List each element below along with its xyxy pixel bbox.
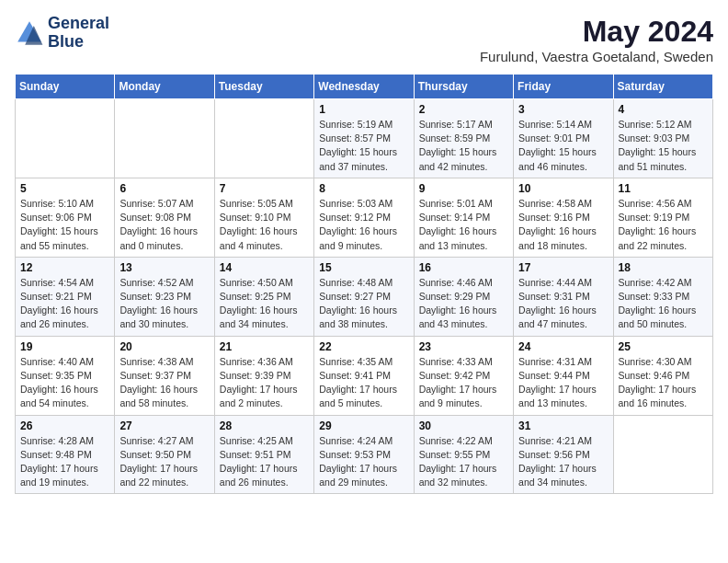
day-info: Sunrise: 5:03 AM Sunset: 9:12 PM Dayligh… (319, 197, 408, 253)
day-number: 12 (20, 261, 109, 274)
calendar-cell: 30Sunrise: 4:22 AM Sunset: 9:55 PM Dayli… (414, 415, 513, 494)
day-number: 31 (518, 419, 608, 432)
calendar-cell: 24Sunrise: 4:31 AM Sunset: 9:44 PM Dayli… (514, 336, 613, 415)
day-number: 11 (619, 182, 708, 195)
day-number: 25 (619, 340, 708, 353)
day-info: Sunrise: 5:19 AM Sunset: 8:57 PM Dayligh… (319, 118, 408, 174)
calendar-cell: 6Sunrise: 5:07 AM Sunset: 9:08 PM Daylig… (115, 178, 214, 257)
weekday-header-tuesday: Tuesday (214, 75, 313, 99)
day-info: Sunrise: 4:52 AM Sunset: 9:23 PM Dayligh… (119, 276, 209, 332)
day-info: Sunrise: 5:05 AM Sunset: 9:10 PM Dayligh… (220, 197, 309, 253)
calendar-cell (115, 99, 214, 178)
weekday-header-friday: Friday (514, 75, 613, 99)
day-info: Sunrise: 4:42 AM Sunset: 9:33 PM Dayligh… (619, 276, 708, 332)
calendar-cell: 17Sunrise: 4:44 AM Sunset: 9:31 PM Dayli… (514, 257, 613, 336)
weekday-header-wednesday: Wednesday (314, 75, 414, 99)
calendar-cell: 4Sunrise: 5:12 AM Sunset: 9:03 PM Daylig… (613, 99, 712, 178)
logo-icon (15, 18, 44, 48)
day-number: 29 (319, 419, 408, 432)
calendar-cell (613, 415, 712, 494)
calendar-cell: 10Sunrise: 4:58 AM Sunset: 9:16 PM Dayli… (514, 178, 613, 257)
day-number: 19 (20, 340, 109, 353)
calendar-week-4: 19Sunrise: 4:40 AM Sunset: 9:35 PM Dayli… (16, 336, 713, 415)
calendar-cell: 22Sunrise: 4:35 AM Sunset: 9:41 PM Dayli… (314, 336, 414, 415)
calendar-cell: 12Sunrise: 4:54 AM Sunset: 9:21 PM Dayli… (16, 257, 115, 336)
calendar-cell: 8Sunrise: 5:03 AM Sunset: 9:12 PM Daylig… (314, 178, 414, 257)
day-number: 18 (619, 261, 708, 274)
day-number: 8 (319, 182, 408, 195)
calendar-cell: 23Sunrise: 4:33 AM Sunset: 9:42 PM Dayli… (414, 336, 513, 415)
day-info: Sunrise: 4:46 AM Sunset: 9:29 PM Dayligh… (419, 276, 508, 332)
day-number: 27 (119, 419, 209, 432)
day-info: Sunrise: 5:17 AM Sunset: 8:59 PM Dayligh… (419, 118, 508, 174)
calendar-cell: 5Sunrise: 5:10 AM Sunset: 9:06 PM Daylig… (16, 178, 115, 257)
day-number: 16 (419, 261, 508, 274)
calendar-week-5: 26Sunrise: 4:28 AM Sunset: 9:48 PM Dayli… (16, 415, 713, 494)
calendar-cell: 25Sunrise: 4:30 AM Sunset: 9:46 PM Dayli… (613, 336, 712, 415)
calendar-week-3: 12Sunrise: 4:54 AM Sunset: 9:21 PM Dayli… (16, 257, 713, 336)
day-number: 7 (220, 182, 309, 195)
day-info: Sunrise: 5:01 AM Sunset: 9:14 PM Dayligh… (419, 197, 508, 253)
calendar-cell: 7Sunrise: 5:05 AM Sunset: 9:10 PM Daylig… (214, 178, 313, 257)
weekday-header-row: SundayMondayTuesdayWednesdayThursdayFrid… (16, 75, 713, 99)
month-title: May 2024 (480, 15, 713, 49)
page-header: General Blue May 2024 Furulund, Vaestra … (15, 15, 713, 64)
day-info: Sunrise: 4:25 AM Sunset: 9:51 PM Dayligh… (220, 434, 309, 490)
day-info: Sunrise: 4:30 AM Sunset: 9:46 PM Dayligh… (619, 355, 708, 411)
calendar-cell: 29Sunrise: 4:24 AM Sunset: 9:53 PM Dayli… (314, 415, 414, 494)
day-info: Sunrise: 4:58 AM Sunset: 9:16 PM Dayligh… (518, 197, 608, 253)
weekday-header-thursday: Thursday (414, 75, 513, 99)
day-info: Sunrise: 4:44 AM Sunset: 9:31 PM Dayligh… (518, 276, 608, 332)
day-info: Sunrise: 5:14 AM Sunset: 9:01 PM Dayligh… (518, 118, 608, 174)
calendar-cell: 18Sunrise: 4:42 AM Sunset: 9:33 PM Dayli… (613, 257, 712, 336)
calendar-cell: 21Sunrise: 4:36 AM Sunset: 9:39 PM Dayli… (214, 336, 313, 415)
day-number: 28 (220, 419, 309, 432)
calendar-cell (16, 99, 115, 178)
day-info: Sunrise: 4:38 AM Sunset: 9:37 PM Dayligh… (119, 355, 209, 411)
calendar-cell: 2Sunrise: 5:17 AM Sunset: 8:59 PM Daylig… (414, 99, 513, 178)
day-number: 6 (119, 182, 209, 195)
day-info: Sunrise: 4:21 AM Sunset: 9:56 PM Dayligh… (518, 434, 608, 490)
day-number: 2 (419, 103, 508, 116)
weekday-header-monday: Monday (115, 75, 214, 99)
day-number: 4 (619, 103, 708, 116)
day-number: 21 (220, 340, 309, 353)
location-title: Furulund, Vaestra Goetaland, Sweden (480, 49, 713, 64)
day-number: 15 (319, 261, 408, 274)
day-info: Sunrise: 4:24 AM Sunset: 9:53 PM Dayligh… (319, 434, 408, 490)
day-number: 23 (419, 340, 508, 353)
day-number: 1 (319, 103, 408, 116)
day-number: 17 (518, 261, 608, 274)
calendar-cell (214, 99, 313, 178)
calendar-cell: 28Sunrise: 4:25 AM Sunset: 9:51 PM Dayli… (214, 415, 313, 494)
calendar-body: 1Sunrise: 5:19 AM Sunset: 8:57 PM Daylig… (16, 99, 713, 494)
day-info: Sunrise: 4:36 AM Sunset: 9:39 PM Dayligh… (220, 355, 309, 411)
day-info: Sunrise: 4:50 AM Sunset: 9:25 PM Dayligh… (220, 276, 309, 332)
calendar-cell: 1Sunrise: 5:19 AM Sunset: 8:57 PM Daylig… (314, 99, 414, 178)
day-info: Sunrise: 4:28 AM Sunset: 9:48 PM Dayligh… (20, 434, 109, 490)
day-number: 24 (518, 340, 608, 353)
calendar-cell: 16Sunrise: 4:46 AM Sunset: 9:29 PM Dayli… (414, 257, 513, 336)
logo-text: General Blue (48, 15, 109, 52)
calendar-cell: 19Sunrise: 4:40 AM Sunset: 9:35 PM Dayli… (16, 336, 115, 415)
logo: General Blue (15, 15, 109, 52)
day-number: 13 (119, 261, 209, 274)
day-number: 14 (220, 261, 309, 274)
day-number: 10 (518, 182, 608, 195)
day-info: Sunrise: 4:22 AM Sunset: 9:55 PM Dayligh… (419, 434, 508, 490)
day-number: 30 (419, 419, 508, 432)
day-info: Sunrise: 4:56 AM Sunset: 9:19 PM Dayligh… (619, 197, 708, 253)
calendar-cell: 9Sunrise: 5:01 AM Sunset: 9:14 PM Daylig… (414, 178, 513, 257)
day-info: Sunrise: 4:40 AM Sunset: 9:35 PM Dayligh… (20, 355, 109, 411)
day-info: Sunrise: 4:27 AM Sunset: 9:50 PM Dayligh… (119, 434, 209, 490)
day-number: 20 (119, 340, 209, 353)
day-number: 3 (518, 103, 608, 116)
calendar-cell: 11Sunrise: 4:56 AM Sunset: 9:19 PM Dayli… (613, 178, 712, 257)
day-info: Sunrise: 4:33 AM Sunset: 9:42 PM Dayligh… (419, 355, 508, 411)
calendar-table: SundayMondayTuesdayWednesdayThursdayFrid… (15, 74, 713, 494)
day-info: Sunrise: 4:35 AM Sunset: 9:41 PM Dayligh… (319, 355, 408, 411)
title-block: May 2024 Furulund, Vaestra Goetaland, Sw… (480, 15, 713, 64)
day-info: Sunrise: 5:12 AM Sunset: 9:03 PM Dayligh… (619, 118, 708, 174)
calendar-cell: 13Sunrise: 4:52 AM Sunset: 9:23 PM Dayli… (115, 257, 214, 336)
day-number: 22 (319, 340, 408, 353)
